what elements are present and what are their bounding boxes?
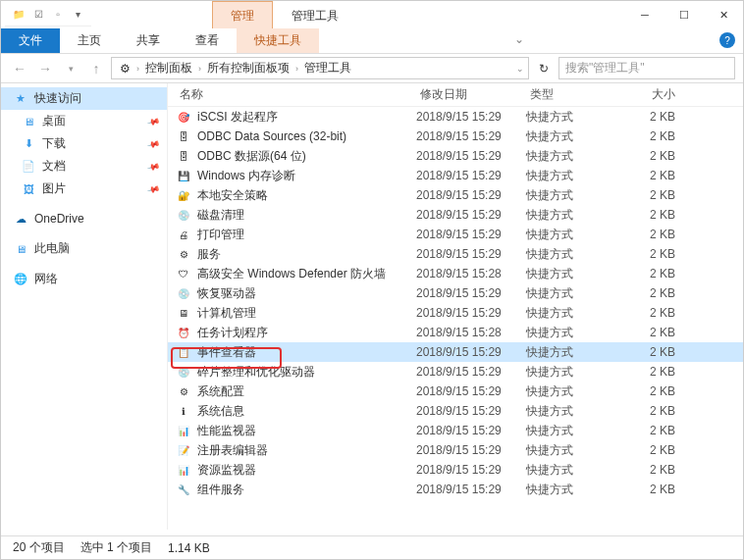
- col-size[interactable]: 大小: [634, 83, 693, 106]
- cloud-icon: ☁: [13, 211, 28, 227]
- col-date[interactable]: 修改日期: [416, 83, 526, 106]
- status-size: 1.14 KB: [168, 541, 210, 555]
- nav-forward-button[interactable]: →: [34, 58, 56, 79]
- sidebar: ★ 快速访问 🖥桌面📌⬇下载📌📄文档📌🖼图片📌 ☁ OneDrive 🖥 此电脑…: [1, 83, 168, 530]
- file-icon: 💾: [176, 168, 191, 183]
- file-row[interactable]: 📝注册表编辑器2018/9/15 15:29快捷方式2 KB: [168, 440, 743, 460]
- pin-icon: 📌: [146, 159, 161, 173]
- window-title: 管理工具: [273, 1, 357, 28]
- file-row[interactable]: 🎯iSCSI 发起程序2018/9/15 15:29快捷方式2 KB: [168, 107, 743, 127]
- file-date: 2018/9/15 15:29: [416, 483, 526, 496]
- maximize-button[interactable]: ☐: [664, 1, 704, 28]
- file-size: 2 KB: [634, 228, 693, 241]
- file-icon: 🗄: [176, 128, 191, 144]
- file-icon: 🛡: [176, 266, 191, 281]
- sidebar-network[interactable]: 🌐 网络: [1, 268, 167, 290]
- sidebar-item-3[interactable]: 🖼图片📌: [1, 178, 167, 200]
- file-type: 快捷方式: [526, 148, 634, 165]
- file-size: 2 KB: [634, 188, 693, 202]
- ribbon-tab-home[interactable]: 主页: [60, 28, 119, 53]
- file-date: 2018/9/15 15:29: [416, 384, 526, 398]
- refresh-button[interactable]: ↻: [533, 58, 555, 79]
- sidebar-quick-access[interactable]: ★ 快速访问: [1, 87, 167, 110]
- file-row[interactable]: ⏰任务计划程序2018/9/15 15:28快捷方式2 KB: [168, 323, 743, 342]
- file-row[interactable]: 🖥计算机管理2018/9/15 15:29快捷方式2 KB: [168, 303, 743, 323]
- file-row[interactable]: 📊性能监视器2018/9/15 15:29快捷方式2 KB: [168, 421, 743, 440]
- minimize-button[interactable]: ─: [625, 1, 664, 28]
- breadcrumb[interactable]: ⚙› 控制面板› 所有控制面板项› 管理工具 ⌄: [111, 57, 529, 79]
- ribbon-file-tab[interactable]: 文件: [1, 28, 60, 53]
- file-date: 2018/9/15 15:29: [416, 110, 526, 124]
- file-size: 2 KB: [634, 267, 693, 280]
- sidebar-item-1[interactable]: ⬇下载📌: [1, 132, 167, 155]
- file-date: 2018/9/15 15:28: [416, 326, 526, 339]
- file-row[interactable]: 📊资源监视器2018/9/15 15:29快捷方式2 KB: [168, 460, 743, 480]
- file-row[interactable]: 🔐本地安全策略2018/9/15 15:29快捷方式2 KB: [168, 185, 743, 205]
- sidebar-thispc[interactable]: 🖥 此电脑: [1, 237, 167, 260]
- sidebar-item-2[interactable]: 📄文档📌: [1, 155, 167, 178]
- file-row[interactable]: 📋事件查看器2018/9/15 15:29快捷方式2 KB: [168, 342, 743, 362]
- file-icon: 🎯: [176, 109, 191, 125]
- sidebar-item-icon: ⬇: [21, 136, 36, 152]
- file-size: 2 KB: [634, 286, 693, 300]
- col-name[interactable]: 名称: [176, 83, 416, 106]
- file-row[interactable]: ⚙系统配置2018/9/15 15:29快捷方式2 KB: [168, 382, 743, 401]
- file-size: 2 KB: [634, 208, 693, 222]
- breadcrumb-seg-2[interactable]: 管理工具: [300, 58, 355, 78]
- file-size: 2 KB: [634, 326, 693, 339]
- breadcrumb-seg-1[interactable]: 所有控制面板项: [203, 58, 293, 78]
- file-row[interactable]: ⚙服务2018/9/15 15:29快捷方式2 KB: [168, 244, 743, 264]
- sidebar-item-label: 桌面: [42, 113, 66, 129]
- file-type: 快捷方式: [526, 344, 634, 361]
- ribbon-tab-share[interactable]: 共享: [119, 28, 178, 53]
- file-row[interactable]: 💿碎片整理和优化驱动器2018/9/15 15:29快捷方式2 KB: [168, 362, 743, 382]
- file-icon: 💿: [176, 285, 191, 301]
- file-row[interactable]: 🛡高级安全 Windows Defender 防火墙2018/9/15 15:2…: [168, 264, 743, 283]
- breadcrumb-dropdown-icon[interactable]: ⌄: [516, 64, 524, 74]
- nav-up-button[interactable]: ↑: [85, 58, 107, 79]
- file-size: 2 KB: [634, 345, 693, 359]
- sidebar-onedrive[interactable]: ☁ OneDrive: [1, 208, 167, 229]
- file-name: 系统信息: [197, 403, 244, 420]
- file-type: 快捷方式: [526, 482, 634, 498]
- ribbon-tab-view[interactable]: 查看: [178, 28, 237, 53]
- file-row[interactable]: 💿磁盘清理2018/9/15 15:29快捷方式2 KB: [168, 205, 743, 225]
- file-type: 快捷方式: [526, 128, 634, 145]
- file-date: 2018/9/15 15:29: [416, 404, 526, 418]
- file-icon: ⏰: [176, 325, 191, 340]
- sidebar-item-0[interactable]: 🖥桌面📌: [1, 110, 167, 132]
- file-row[interactable]: ℹ系统信息2018/9/15 15:29快捷方式2 KB: [168, 401, 743, 421]
- nav-back-button[interactable]: ←: [9, 58, 30, 79]
- file-date: 2018/9/15 15:29: [416, 424, 526, 437]
- file-row[interactable]: 🗄ODBC 数据源(64 位)2018/9/15 15:29快捷方式2 KB: [168, 146, 743, 166]
- ribbon-expand-icon[interactable]: ⌄: [508, 28, 530, 53]
- breadcrumb-root-icon[interactable]: ⚙: [116, 60, 134, 77]
- file-type: 快捷方式: [526, 168, 634, 184]
- file-type: 快捷方式: [526, 187, 634, 204]
- close-button[interactable]: ✕: [704, 1, 743, 28]
- col-type[interactable]: 类型: [526, 83, 634, 106]
- file-icon: 🔧: [176, 482, 191, 497]
- file-row[interactable]: 💿恢复驱动器2018/9/15 15:29快捷方式2 KB: [168, 283, 743, 303]
- file-date: 2018/9/15 15:28: [416, 267, 526, 280]
- help-icon[interactable]: ?: [719, 32, 735, 48]
- file-name: 性能监视器: [197, 423, 256, 439]
- file-icon: 🖨: [176, 227, 191, 242]
- ribbon-tab-shortcut-tools[interactable]: 快捷工具: [237, 28, 319, 53]
- nav-recent-dropdown[interactable]: ▾: [60, 58, 81, 79]
- file-date: 2018/9/15 15:29: [416, 149, 526, 163]
- file-name: 碎片整理和优化驱动器: [197, 364, 315, 381]
- pc-icon: 🖥: [13, 241, 28, 257]
- status-count: 20 个项目: [13, 539, 65, 556]
- pin-icon: 📌: [146, 136, 161, 150]
- file-row[interactable]: 🗄ODBC Data Sources (32-bit)2018/9/15 15:…: [168, 127, 743, 146]
- context-tab[interactable]: 管理: [212, 1, 273, 28]
- file-date: 2018/9/15 15:29: [416, 443, 526, 457]
- sidebar-quick-label: 快速访问: [34, 90, 81, 107]
- file-row[interactable]: 💾Windows 内存诊断2018/9/15 15:29快捷方式2 KB: [168, 166, 743, 185]
- file-row[interactable]: 🔧组件服务2018/9/15 15:29快捷方式2 KB: [168, 480, 743, 499]
- search-input[interactable]: 搜索"管理工具": [558, 57, 735, 79]
- file-row[interactable]: 🖨打印管理2018/9/15 15:29快捷方式2 KB: [168, 225, 743, 244]
- breadcrumb-seg-0[interactable]: 控制面板: [141, 58, 196, 78]
- file-type: 快捷方式: [526, 403, 634, 420]
